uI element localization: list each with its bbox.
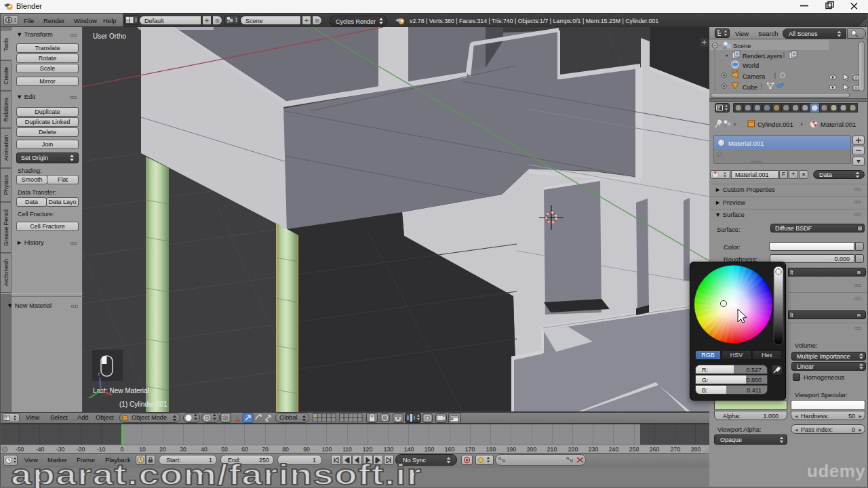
svg-text:RenderLayers: RenderLayers (743, 53, 783, 60)
svg-text:User Ortho: User Ortho (93, 33, 126, 40)
svg-text:z: z (98, 371, 100, 376)
svg-text:Scene: Scene (733, 43, 751, 49)
svg-text:Cube: Cube (743, 84, 757, 91)
svg-text:Material.001: Material.001 (821, 121, 856, 128)
svg-text:(1) Cylinder.001: (1) Cylinder.001 (119, 401, 167, 408)
svg-text:Camera: Camera (743, 73, 766, 80)
svg-text:World: World (743, 62, 759, 69)
svg-text:Cylinder.001: Cylinder.001 (757, 121, 793, 128)
